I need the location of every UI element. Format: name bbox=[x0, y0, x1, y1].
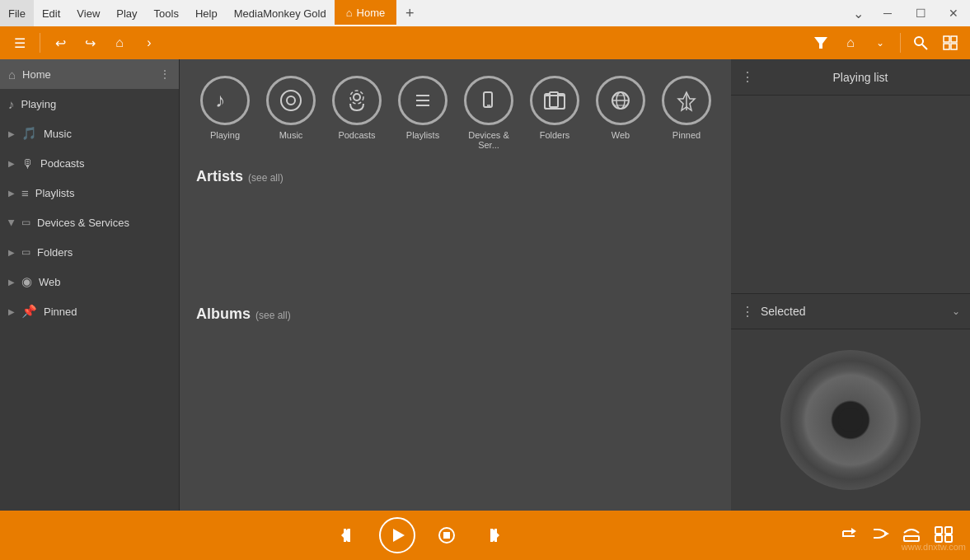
svg-marker-35 bbox=[851, 528, 856, 534]
menu-view[interactable]: View bbox=[68, 0, 108, 26]
icon-playlists[interactable]: Playlists bbox=[394, 76, 452, 140]
stop-button[interactable] bbox=[432, 520, 462, 550]
icon-music[interactable]: Music bbox=[262, 76, 320, 140]
layout-button[interactable] bbox=[937, 30, 963, 56]
window-controls: ─ ☐ ✕ bbox=[871, 0, 970, 26]
sidebar-item-podcasts[interactable]: ▶ 🎙 Podcasts bbox=[0, 148, 179, 178]
playing-nav-icon: ♪ bbox=[8, 97, 15, 111]
icon-folders-circle bbox=[530, 76, 579, 125]
playlists-expand-arrow: ▶ bbox=[8, 189, 15, 198]
sidebar-home-options[interactable]: ⋮ bbox=[159, 68, 171, 81]
icon-web[interactable]: Web bbox=[592, 76, 649, 140]
svg-rect-27 bbox=[348, 529, 350, 542]
sidebar-item-pinned[interactable]: ▶ 📌 Pinned bbox=[0, 296, 179, 326]
podcasts-nav-icon: 🎙 bbox=[21, 156, 34, 170]
sidebar-item-music-label: Music bbox=[44, 128, 171, 140]
layout-icon bbox=[943, 35, 958, 50]
playing-list-menu-btn[interactable]: ⋮ bbox=[741, 69, 754, 85]
selected-dropdown-arrow[interactable]: ⌄ bbox=[952, 306, 960, 317]
sidebar-item-devices-label: Devices & Services bbox=[37, 217, 171, 229]
devices-nav-icon: ▭ bbox=[21, 217, 30, 228]
svg-point-8 bbox=[281, 91, 301, 110]
icon-web-label: Web bbox=[612, 130, 630, 140]
svg-marker-0 bbox=[814, 37, 827, 49]
albums-see-all[interactable]: (see all) bbox=[255, 310, 291, 321]
close-button[interactable]: ✕ bbox=[937, 0, 970, 26]
icon-podcasts-label: Podcasts bbox=[338, 130, 375, 140]
menu-mediamonkey[interactable]: MediaMonkey Gold bbox=[226, 0, 335, 26]
sidebar-item-web-label: Web bbox=[39, 276, 171, 288]
icon-playlists-label: Playlists bbox=[406, 130, 439, 140]
icon-podcasts-circle bbox=[332, 76, 382, 125]
albums-section-header: Albums(see all) bbox=[180, 296, 731, 326]
repeat-button[interactable] bbox=[840, 525, 858, 547]
menu-edit[interactable]: Edit bbox=[34, 0, 68, 26]
home2-button[interactable]: ⌂ bbox=[837, 30, 864, 56]
icon-podcasts[interactable]: Podcasts bbox=[328, 76, 386, 140]
filter-icon bbox=[813, 35, 828, 50]
svg-rect-41 bbox=[945, 527, 952, 534]
more-arrow-button[interactable]: ⌄ bbox=[867, 30, 893, 56]
svg-rect-43 bbox=[945, 535, 952, 542]
shuffle-button[interactable] bbox=[871, 525, 889, 547]
sidebar-item-pinned-label: Pinned bbox=[44, 306, 171, 318]
svg-text:♪: ♪ bbox=[215, 89, 225, 111]
icon-devices[interactable]: Devices & Ser... bbox=[460, 76, 518, 150]
restore-button[interactable]: ☐ bbox=[904, 0, 937, 26]
svg-rect-42 bbox=[935, 535, 942, 542]
svg-rect-40 bbox=[935, 527, 942, 534]
pinned-nav-icon: 📌 bbox=[21, 304, 37, 319]
prev-button[interactable] bbox=[333, 520, 363, 550]
sidebar-item-podcasts-label: Podcasts bbox=[40, 157, 171, 170]
selected-content bbox=[731, 329, 970, 511]
next-button[interactable] bbox=[478, 520, 508, 550]
selected-header: ⋮ Selected ⌄ bbox=[731, 293, 970, 329]
svg-rect-28 bbox=[344, 529, 346, 542]
add-tab-button[interactable]: + bbox=[396, 0, 423, 26]
svg-rect-6 bbox=[951, 44, 957, 49]
artists-see-all[interactable]: (see all) bbox=[248, 172, 284, 184]
icon-playing-label: Playing bbox=[210, 130, 240, 140]
web-nav-icon: ◉ bbox=[21, 274, 32, 289]
redo-button[interactable]: ↪ bbox=[77, 30, 103, 56]
menu-help[interactable]: Help bbox=[187, 0, 226, 26]
music-expand-arrow: ▶ bbox=[8, 129, 15, 138]
icon-folders[interactable]: Folders bbox=[526, 76, 583, 140]
folders-expand-arrow: ▶ bbox=[8, 248, 15, 257]
hamburger-button[interactable]: ☰ bbox=[7, 30, 33, 56]
svg-point-1 bbox=[915, 37, 923, 45]
svg-rect-39 bbox=[904, 536, 919, 541]
search-button[interactable] bbox=[907, 30, 934, 56]
sidebar-item-playing[interactable]: ♪ Playing bbox=[0, 89, 179, 119]
player-bar bbox=[0, 511, 970, 560]
menu-play[interactable]: Play bbox=[108, 0, 145, 26]
svg-rect-34 bbox=[494, 529, 497, 542]
sidebar-item-home[interactable]: ⌂ Home ⋮ bbox=[0, 59, 179, 89]
forward-button[interactable]: › bbox=[136, 30, 162, 56]
icon-web-circle bbox=[596, 76, 645, 125]
sidebar-item-music[interactable]: ▶ 🎵 Music bbox=[0, 119, 179, 148]
sidebar-item-web[interactable]: ▶ ◉ Web bbox=[0, 267, 179, 296]
home-button[interactable]: ⌂ bbox=[106, 30, 133, 56]
play-button[interactable] bbox=[379, 517, 415, 553]
icon-music-label: Music bbox=[279, 130, 303, 140]
menu-file[interactable]: File bbox=[0, 0, 34, 26]
home-tab[interactable]: ⌂ Home bbox=[335, 0, 397, 26]
podcasts-expand-arrow: ▶ bbox=[8, 159, 15, 168]
icon-pinned[interactable]: Pinned bbox=[658, 76, 715, 140]
selected-menu-btn[interactable]: ⋮ bbox=[741, 304, 754, 320]
home-tab-icon: ⌂ bbox=[346, 7, 353, 19]
sidebar-item-devices[interactable]: ▶ ▭ Devices & Services bbox=[0, 208, 179, 237]
undo-button[interactable]: ↩ bbox=[47, 30, 73, 56]
toolbar: ☰ ↩ ↪ ⌂ › ⌂ ⌄ bbox=[0, 26, 970, 59]
sidebar-item-folders[interactable]: ▶ ▭ Folders bbox=[0, 237, 179, 267]
menu-tools[interactable]: Tools bbox=[146, 0, 187, 26]
icon-playing[interactable]: ♪ Playing bbox=[196, 76, 254, 140]
artists-content bbox=[180, 189, 731, 296]
window-dropdown[interactable]: ⌄ bbox=[845, 0, 871, 26]
sidebar-item-playlists[interactable]: ▶ ≡ Playlists bbox=[0, 178, 179, 208]
icon-playing-circle: ♪ bbox=[200, 76, 250, 125]
svg-rect-31 bbox=[443, 532, 450, 539]
filter-button[interactable] bbox=[808, 30, 834, 56]
minimize-button[interactable]: ─ bbox=[871, 0, 904, 26]
